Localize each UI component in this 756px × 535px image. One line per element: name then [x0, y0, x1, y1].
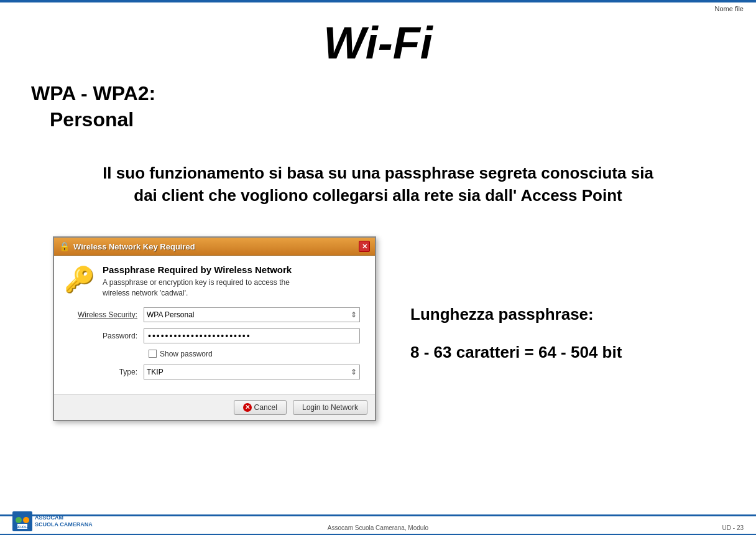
type-arrow: ⇕ — [351, 368, 357, 376]
assocam-logo: SCUOLA — [12, 511, 32, 531]
bit-range: 8 - 63 caratteri = 64 - 504 bit — [410, 343, 725, 362]
login-to-network-button[interactable]: Login to Network — [293, 400, 367, 415]
main-title: Wi-Fi — [0, 17, 756, 68]
cancel-button[interactable]: ✕ Cancel — [234, 400, 287, 415]
show-password-row: Show password — [149, 350, 360, 358]
cancel-label: Cancel — [254, 403, 277, 412]
passphrase-label: Lunghezza passphrase: — [410, 305, 725, 324]
dialog-desc-line2: wireless network 'cadwal'. — [103, 289, 188, 297]
show-password-label: Show password — [160, 350, 213, 358]
section-heading: WPA - WPA2: Personal — [31, 81, 155, 133]
password-input[interactable]: •••••••••••••••••••••••• — [144, 328, 360, 343]
wireless-security-select[interactable]: WPA Personal ⇕ — [144, 307, 360, 322]
dialog-footer: ✕ Cancel Login to Network — [54, 394, 375, 420]
dialog-title-left: 🔒 Wireless Network Key Required — [59, 241, 195, 251]
dialog-close-button[interactable]: ✕ — [359, 241, 370, 252]
heading-line1: WPA - WPA2: — [31, 81, 155, 107]
paragraph-line2: dai client che vogliono collegarsi alla … — [31, 184, 725, 207]
type-select[interactable]: TKIP ⇕ — [144, 365, 360, 379]
wireless-security-value: WPA Personal — [147, 310, 194, 319]
type-label: Type: — [69, 368, 144, 376]
wireless-security-arrow: ⇕ — [351, 310, 357, 319]
dialog-titlebar: 🔒 Wireless Network Key Required ✕ — [54, 238, 375, 256]
key-icon: 🔑 — [64, 267, 95, 292]
right-text-area: Lunghezza passphrase: 8 - 63 caratteri =… — [410, 305, 725, 362]
dialog-title-text: Wireless Network Key Required — [73, 242, 195, 251]
dialog-desc-line1: A passphrase or encryption key is requir… — [103, 278, 290, 287]
dialog-body: 🔑 Passphrase Required by Wireless Networ… — [54, 256, 375, 394]
cancel-icon: ✕ — [243, 403, 252, 412]
show-password-checkbox[interactable] — [149, 350, 157, 358]
logo-line1: ASSOCAM — [35, 514, 93, 521]
filename-label: Nome file — [715, 5, 744, 12]
dialog-header-desc: A passphrase or encryption key is requir… — [103, 277, 292, 299]
lock-icon: 🔒 — [59, 241, 70, 251]
password-dots: •••••••••••••••••••••••• — [148, 331, 251, 341]
password-label: Password: — [69, 332, 144, 340]
wireless-security-label: Wireless Security: — [69, 310, 144, 319]
bottom-bar — [0, 514, 756, 516]
dialog-header-row: 🔑 Passphrase Required by Wireless Networ… — [64, 264, 365, 299]
svg-point-2 — [23, 517, 29, 523]
dialog-fields: Wireless Security: WPA Personal ⇕ Passwo… — [64, 307, 365, 379]
type-row: Type: TKIP ⇕ — [69, 365, 360, 379]
logo-text: ASSOCAM SCUOLA CAMERANA — [35, 514, 93, 528]
body-paragraph: Il suo funzionamento si basa su una pass… — [31, 162, 725, 207]
password-row: Password: •••••••••••••••••••••••• — [69, 328, 360, 343]
footer-center-text: Assocam Scuola Camerana, Modulo — [328, 524, 428, 531]
logo-line2: SCUOLA CAMERANA — [35, 521, 93, 528]
dialog-header-title: Passphrase Required by Wireless Network — [103, 264, 292, 275]
top-bar — [0, 0, 756, 2]
wireless-security-row: Wireless Security: WPA Personal ⇕ — [69, 307, 360, 322]
type-value: TKIP — [147, 368, 164, 376]
paragraph-line1: Il suo funzionamento si basa su una pass… — [31, 162, 725, 184]
dialog-header-text: Passphrase Required by Wireless Network … — [103, 264, 292, 299]
wireless-dialog: 🔒 Wireless Network Key Required ✕ 🔑 Pass… — [53, 236, 376, 421]
heading-line2: Personal — [31, 107, 155, 133]
footer-right-text: UD - 23 — [722, 524, 744, 531]
svg-text:SCUOLA: SCUOLA — [16, 525, 29, 529]
logo-box: SCUOLA ASSOCAM SCUOLA CAMERANA — [12, 511, 93, 531]
footer-left: SCUOLA ASSOCAM SCUOLA CAMERANA — [12, 511, 93, 531]
svg-point-1 — [16, 517, 22, 523]
